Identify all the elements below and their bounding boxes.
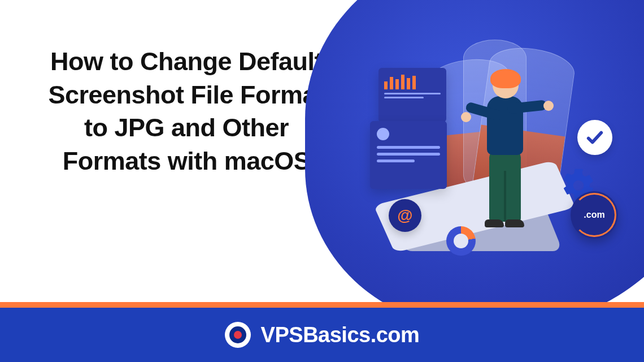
person-illustration-icon [473, 72, 541, 236]
brand-logo-icon [225, 322, 251, 348]
promo-card: How to Change Default Screenshot File Fo… [0, 0, 644, 362]
profile-card-icon [370, 121, 447, 189]
donut-chart-icon [446, 226, 476, 256]
checkmark-badge-icon [577, 120, 612, 155]
bar-chart-card-icon [378, 68, 446, 122]
brand-name: VPSBasics.com [261, 323, 420, 347]
at-symbol-badge-icon: @ [389, 199, 421, 232]
footer-bar: VPSBasics.com [0, 308, 644, 362]
dot-com-label: .com [584, 210, 604, 220]
footer-accent-bar [0, 302, 644, 308]
dot-com-badge-icon: .com [571, 191, 618, 239]
page-title: How to Change Default Screenshot File Fo… [45, 45, 328, 178]
avatar-icon [377, 128, 389, 140]
